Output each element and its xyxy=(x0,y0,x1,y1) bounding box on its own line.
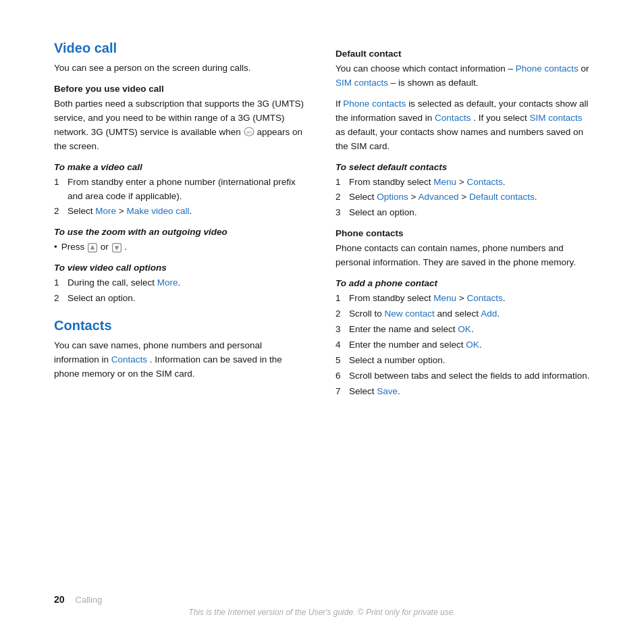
make-video-call-steps: 1 From standby enter a phone number (int… xyxy=(54,176,308,219)
select-default-heading: To select default contacts xyxy=(336,162,590,172)
phone-contacts-text: Phone contacts can contain names, phone … xyxy=(336,242,590,270)
video-call-title: Video call xyxy=(54,41,308,56)
view-step-2: 2 Select an option. xyxy=(54,292,308,306)
default-contact-para2: If Phone contacts is selected as default… xyxy=(336,97,590,154)
down-arrow-icon xyxy=(111,242,122,253)
footer-notice: This is the Internet version of the User… xyxy=(54,608,590,617)
svg-text:3G: 3G xyxy=(246,130,251,134)
phone-contacts-section: Phone contacts Phone contacts can contai… xyxy=(336,228,590,398)
up-arrow-icon xyxy=(87,242,98,253)
add-phone-heading: To add a phone contact xyxy=(336,278,590,288)
dc2-text1: If xyxy=(336,99,341,109)
more-link-2: More xyxy=(157,277,178,288)
menu-link-1: Menu xyxy=(433,177,456,187)
zoom-steps: Press or . xyxy=(54,240,308,254)
view-step-1: 1 During the call, select More. xyxy=(54,276,308,290)
dc-text1: You can choose which contact information… xyxy=(336,63,513,74)
before-video-heading: Before you use video call xyxy=(54,84,308,94)
make-video-call-link: Make video call xyxy=(126,206,189,216)
add-step-2: 2 Scroll to New contact and select Add. xyxy=(336,307,590,321)
contacts-link-1: Contacts xyxy=(466,177,502,187)
menu-link-2: Menu xyxy=(433,293,456,303)
add-link: Add xyxy=(481,308,497,319)
svg-marker-5 xyxy=(114,246,118,250)
content-area: Video call You can see a person on the s… xyxy=(54,41,590,567)
contacts-intro: You can save names, phone numbers and pe… xyxy=(54,339,308,381)
make-step-1: 1 From standby enter a phone number (int… xyxy=(54,176,308,204)
footer: 20 Calling xyxy=(54,587,590,605)
dc2-link4: Contacts xyxy=(435,113,471,123)
contacts-link-2: Contacts xyxy=(466,293,502,303)
right-column: Default contact You can choose which con… xyxy=(336,41,590,567)
ok-link-2: OK xyxy=(466,340,479,350)
view-options-steps: 1 During the call, select More. 2 Select… xyxy=(54,276,308,306)
zoom-step-1: Press or . xyxy=(54,240,308,254)
default-contacts-link: Default contacts xyxy=(469,192,535,202)
save-link: Save xyxy=(377,386,398,396)
select-step-2: 2 Select Options > Advanced > Default co… xyxy=(336,190,590,205)
add-step-3: 3 Enter the name and select OK. xyxy=(336,323,590,337)
new-contact-link: New contact xyxy=(385,308,435,319)
left-column: Video call You can see a person on the s… xyxy=(54,41,308,567)
add-step-7: 7 Select Save. xyxy=(336,385,590,399)
default-contact-section: Default contact You can choose which con… xyxy=(336,49,590,220)
dc-text3: – is shown as default. xyxy=(391,78,479,88)
contacts-title: Contacts xyxy=(54,318,308,333)
more-link-1: More xyxy=(95,206,116,216)
dc2-link3: Phone contacts xyxy=(343,99,406,109)
add-step-6: 6 Scroll between tabs and select the fie… xyxy=(336,369,590,383)
dc-link1: Phone contacts xyxy=(516,63,579,74)
view-options-heading: To view video call options xyxy=(54,263,308,273)
advanced-link: Advanced xyxy=(418,192,458,202)
video-call-intro: You can see a person on the screen durin… xyxy=(54,61,308,76)
default-contact-heading: Default contact xyxy=(336,49,590,59)
contacts-link: Contacts xyxy=(111,354,147,365)
select-default-steps: 1 From standby select Menu > Contacts. 2… xyxy=(336,176,590,221)
select-step-3: 3 Select an option. xyxy=(336,206,590,220)
zoom-heading: To use the zoom with an outgoing video xyxy=(54,227,308,237)
dc2-text3: . If you select xyxy=(473,113,527,123)
dc-link2: SIM contacts xyxy=(336,78,388,88)
page-number: 20 xyxy=(54,594,65,605)
svg-marker-3 xyxy=(90,245,95,249)
ok-link-1: OK xyxy=(458,324,471,334)
add-step-5: 5 Select a number option. xyxy=(336,354,590,368)
default-contact-para1: You can choose which contact information… xyxy=(336,62,590,90)
footer-section: Calling xyxy=(76,595,103,605)
options-link: Options xyxy=(377,192,408,202)
dc2-text4: as default, your contacts show names and… xyxy=(336,127,583,151)
page: Video call You can see a person on the s… xyxy=(0,0,644,644)
3g-network-icon: 3G xyxy=(244,127,254,136)
make-step-2: 2 Select More > Make video call. xyxy=(54,205,308,219)
before-video-text: Both parties need a subscription that su… xyxy=(54,97,308,154)
contacts-section: Contacts You can save names, phone numbe… xyxy=(54,318,308,381)
dc2-link5: SIM contacts xyxy=(529,113,582,123)
select-step-1: 1 From standby select Menu > Contacts. xyxy=(336,176,590,190)
phone-contacts-heading: Phone contacts xyxy=(336,228,590,238)
add-phone-steps: 1 From standby select Menu > Contacts. 2… xyxy=(336,292,590,398)
dc-text2: or xyxy=(581,63,589,74)
make-video-call-heading: To make a video call xyxy=(54,162,308,172)
add-step-1: 1 From standby select Menu > Contacts. xyxy=(336,292,590,306)
video-call-section: Video call You can see a person on the s… xyxy=(54,41,308,306)
add-step-4: 4 Enter the number and select OK. xyxy=(336,338,590,352)
